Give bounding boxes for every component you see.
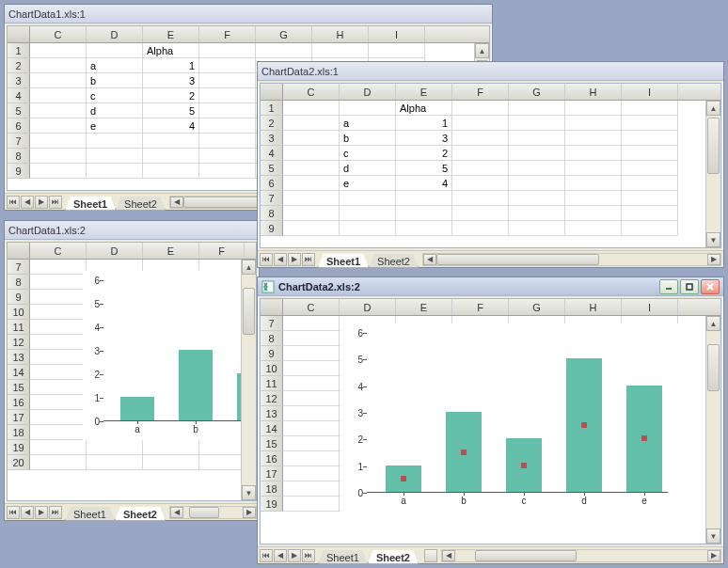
col-H[interactable]: H — [312, 26, 369, 42]
row-head[interactable]: 1 — [8, 43, 30, 58]
nav-next-icon[interactable]: ▶ — [288, 549, 301, 562]
chart-bar — [179, 350, 213, 420]
titlebar[interactable]: ChartData1.xls:1 — [5, 5, 492, 24]
col-E[interactable]: E — [143, 26, 199, 42]
column-header-row: C D E F G H I — [8, 26, 489, 43]
select-all-corner[interactable] — [8, 243, 30, 259]
col-F[interactable]: F — [199, 26, 256, 42]
window-title: ChartData2.xls:1 — [261, 66, 339, 77]
nav-first-icon[interactable]: ⏮ — [260, 253, 273, 266]
scroll-left-icon[interactable]: ◀ — [170, 197, 183, 208]
chart-marker — [401, 476, 406, 481]
nav-prev-icon[interactable]: ◀ — [274, 549, 287, 562]
close-button[interactable] — [701, 279, 720, 294]
nav-first-icon[interactable]: ⏮ — [7, 506, 20, 519]
maximize-button[interactable] — [680, 279, 699, 294]
tab-sheet1[interactable]: Sheet1 — [318, 254, 369, 268]
tab-sheet2[interactable]: Sheet2 — [369, 254, 419, 268]
titlebar[interactable]: ChartData2.xls:2 — [258, 277, 723, 296]
nav-next-icon[interactable]: ▶ — [288, 253, 301, 266]
tab-sheet1[interactable]: Sheet1 — [65, 507, 115, 521]
titlebar[interactable]: ChartData1.xls:2 — [5, 221, 259, 240]
scroll-up-icon[interactable]: ▲ — [475, 43, 489, 58]
chart-marker — [641, 435, 647, 441]
tab-sheet1[interactable]: Sheet1 — [318, 550, 368, 564]
window-title: ChartData1.xls:1 — [8, 8, 86, 20]
chart-marker — [521, 463, 527, 468]
vertical-scrollbar[interactable]: ▲ ▼ — [705, 316, 720, 544]
vertical-scrollbar[interactable]: ▲ ▼ — [705, 101, 720, 247]
svg-rect-2 — [687, 284, 692, 290]
chart-marker — [581, 422, 587, 428]
excel-file-icon — [261, 280, 275, 293]
nav-first-icon[interactable]: ⏮ — [260, 549, 273, 562]
nav-prev-icon[interactable]: ◀ — [21, 506, 34, 519]
spreadsheet-content: C D E F 7 8 9 10 11 12 13 14 15 16 17 18… — [7, 242, 257, 501]
embedded-chart[interactable]: 0123456abc — [83, 271, 257, 440]
grid[interactable]: 1Alpha 2a1 3b3 4c2 5d5 6e4 7 8 9 — [261, 101, 720, 236]
titlebar[interactable]: ChartData2.xls:1 — [258, 62, 723, 81]
scroll-down-icon[interactable]: ▼ — [242, 485, 256, 500]
col-C[interactable]: C — [30, 26, 87, 42]
tab-split-handle[interactable] — [424, 549, 437, 562]
tab-sheet2[interactable]: Sheet2 — [368, 550, 419, 564]
nav-last-icon[interactable]: ⏭ — [49, 196, 62, 209]
col-I[interactable]: I — [369, 26, 425, 42]
nav-first-icon[interactable]: ⏮ — [7, 196, 20, 209]
select-all-corner[interactable] — [261, 299, 283, 315]
nav-prev-icon[interactable]: ◀ — [274, 253, 287, 266]
window-chartdata2-1: ChartData2.xls:1 C D E F G H I 1Alpha 2a… — [257, 61, 724, 268]
col-G[interactable]: G — [256, 26, 312, 42]
nav-last-icon[interactable]: ⏭ — [302, 253, 315, 266]
nav-next-icon[interactable]: ▶ — [35, 196, 48, 209]
col-D[interactable]: D — [87, 26, 143, 42]
nav-last-icon[interactable]: ⏭ — [302, 549, 315, 562]
select-all-corner[interactable] — [8, 26, 30, 42]
embedded-chart[interactable]: 0123456abcde — [340, 323, 679, 516]
tab-sheet1[interactable]: Sheet1 — [65, 197, 116, 211]
chart-bar — [120, 397, 154, 420]
window-title: ChartData1.xls:2 — [8, 225, 86, 236]
window-chartdata1-2: ChartData1.xls:2 C D E F 7 8 9 10 11 12 … — [4, 220, 260, 521]
tab-sheet2[interactable]: Sheet2 — [115, 507, 166, 521]
scroll-up-icon[interactable]: ▲ — [242, 260, 256, 275]
window-title: ChartData2.xls:2 — [278, 281, 360, 292]
nav-last-icon[interactable]: ⏭ — [49, 506, 62, 519]
chart-marker — [461, 450, 467, 455]
minimize-button[interactable] — [659, 279, 678, 294]
vertical-scrollbar[interactable]: ▲ ▼ — [241, 260, 256, 500]
tab-sheet2[interactable]: Sheet2 — [116, 197, 166, 211]
nav-next-icon[interactable]: ▶ — [35, 506, 48, 519]
cell-alpha[interactable]: Alpha — [143, 43, 199, 58]
window-chartdata2-2: ChartData2.xls:2 C D E F G H I 7 8 9 10 … — [257, 276, 724, 564]
nav-prev-icon[interactable]: ◀ — [21, 196, 34, 209]
select-all-corner[interactable] — [261, 84, 283, 100]
